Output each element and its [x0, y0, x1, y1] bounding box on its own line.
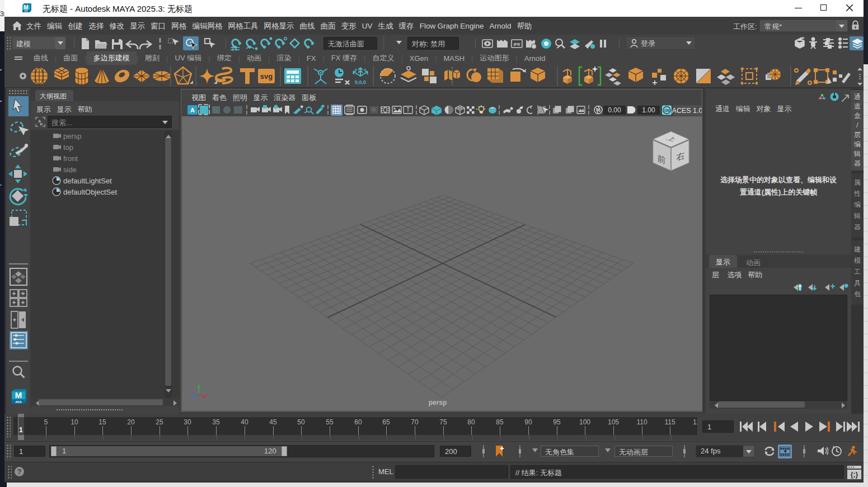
svg-text:M: M	[15, 390, 22, 400]
svg-text:A: A	[190, 107, 195, 114]
svg-text:ACES 1.0: ACES 1.0	[672, 107, 702, 115]
svg-text:persp: persp	[63, 132, 82, 140]
svg-text:top: top	[63, 143, 73, 152]
svg-text:defaultLightSet: defaultLightSet	[63, 177, 112, 185]
svg-text:AYA: AYA	[25, 10, 29, 12]
svg-text:1.00: 1.00	[642, 106, 655, 114]
svg-text:side: side	[63, 166, 77, 174]
svg-text:x: x	[207, 393, 209, 397]
svg-text:AYA: AYA	[15, 400, 22, 404]
svg-text:defaultObjectSet: defaultObjectSet	[63, 188, 118, 196]
svg-text:z: z	[190, 393, 192, 397]
svg-text:{;}: {;}	[851, 471, 858, 479]
svg-text:y: y	[198, 384, 200, 388]
svg-text:IPR: IPR	[514, 42, 520, 46]
svg-text:ON: ON	[664, 108, 670, 112]
svg-text:M: M	[24, 4, 28, 11]
svg-text:T: T	[406, 107, 410, 113]
svg-text:0.00: 0.00	[608, 106, 621, 114]
svg-text:front: front	[63, 154, 78, 163]
